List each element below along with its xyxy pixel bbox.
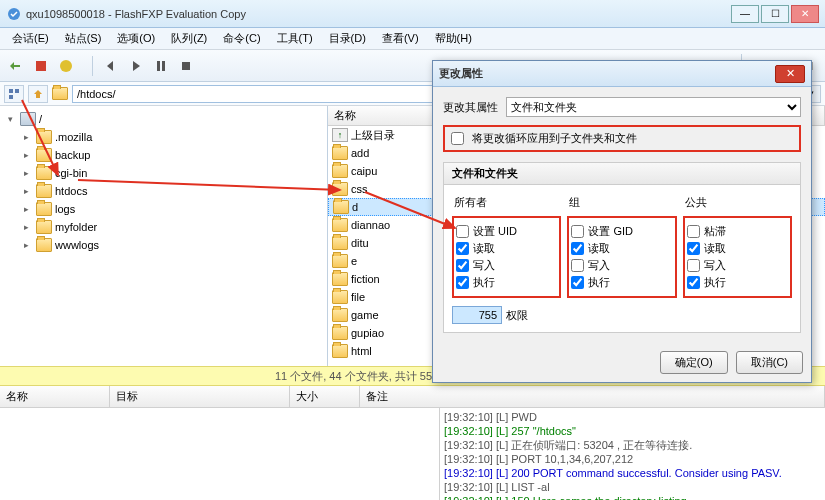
svg-rect-11: [9, 89, 13, 93]
tree-item[interactable]: ▸backup: [4, 146, 323, 164]
prev-button[interactable]: [99, 54, 123, 78]
perm-group-label: 公共: [683, 193, 792, 212]
perm-opt-label: 写入: [588, 258, 610, 273]
log-line: [19:32:10] [L] LIST -al: [444, 480, 821, 494]
ok-button[interactable]: 确定(O): [660, 351, 728, 374]
perm-checkbox-owner-write[interactable]: [456, 259, 469, 272]
minimize-button[interactable]: —: [731, 5, 759, 23]
log-line: [19:32:10] [L] 200 PORT command successf…: [444, 466, 821, 480]
window-titlebar: qxu1098500018 - FlashFXP Evaluation Copy…: [0, 0, 825, 28]
queue-column[interactable]: 大小: [290, 386, 360, 407]
perm-group-label: 组: [567, 193, 676, 212]
window-title: qxu1098500018 - FlashFXP Evaluation Copy: [26, 8, 731, 20]
attr-label: 更改其属性: [443, 100, 498, 115]
queue-header: 名称目标大小备注: [0, 386, 825, 408]
perm-opt-label: 执行: [473, 275, 495, 290]
queue-column[interactable]: 备注: [360, 386, 825, 407]
queue-column[interactable]: 目标: [110, 386, 290, 407]
tree-toggle-button[interactable]: [4, 85, 24, 103]
close-button[interactable]: ✕: [791, 5, 819, 23]
cancel-button[interactable]: 取消(C): [736, 351, 803, 374]
perm-group-label: 所有者: [452, 193, 561, 212]
menu-item[interactable]: 站点(S): [59, 29, 108, 48]
play-button[interactable]: [124, 54, 148, 78]
up-button[interactable]: [28, 85, 48, 103]
recursive-checkbox[interactable]: [451, 132, 464, 145]
log-line: [19:32:10] [L] 257 "/htdocs": [444, 424, 821, 438]
attr-type-select[interactable]: 文件和文件夹: [506, 97, 801, 117]
tree-item[interactable]: ▸wwwlogs: [4, 236, 323, 254]
perm-opt-label: 执行: [704, 275, 726, 290]
tree-root[interactable]: ▾/: [4, 110, 323, 128]
local-tree-pane: ▾/▸.mozilla▸backup▸cgi-bin▸htdocs▸logs▸m…: [0, 106, 328, 366]
connect-button[interactable]: [4, 54, 28, 78]
menu-item[interactable]: 查看(V): [376, 29, 425, 48]
tree-item[interactable]: ▸.mozilla: [4, 128, 323, 146]
dialog-close-button[interactable]: ✕: [775, 65, 805, 83]
perm-checkbox-group-write[interactable]: [571, 259, 584, 272]
dialog-title: 更改属性: [439, 66, 775, 81]
perm-checkbox-public-special[interactable]: [687, 225, 700, 238]
perm-opt-label: 设置 GID: [588, 224, 633, 239]
tree-item[interactable]: ▸htdocs: [4, 182, 323, 200]
tree-item[interactable]: ▸myfolder: [4, 218, 323, 236]
menu-item[interactable]: 命令(C): [217, 29, 266, 48]
perm-checkbox-group-read[interactable]: [571, 242, 584, 255]
svg-rect-13: [9, 95, 13, 99]
perm-checkbox-public-read[interactable]: [687, 242, 700, 255]
permission-label: 权限: [506, 308, 528, 323]
perm-checkbox-owner-special[interactable]: [456, 225, 469, 238]
change-attributes-dialog: 更改属性 ✕ 更改其属性 文件和文件夹 将更改循环应用到子文件夹和文件 文件和文…: [432, 60, 812, 383]
log-line: [19:32:10] [L] PORT 10,1,34,6,207,212: [444, 452, 821, 466]
log-pane: [19:32:10] [L] PWD[19:32:10] [L] 257 "/h…: [440, 408, 825, 500]
menu-item[interactable]: 会话(E): [6, 29, 55, 48]
menu-item[interactable]: 帮助(H): [429, 29, 478, 48]
queue-column[interactable]: 名称: [0, 386, 110, 407]
perm-opt-label: 读取: [704, 241, 726, 256]
log-line: [19:32:10] [L] 正在侦听端口: 53204 , 正在等待连接.: [444, 438, 821, 452]
perm-opt-label: 执行: [588, 275, 610, 290]
perm-checkbox-owner-read[interactable]: [456, 242, 469, 255]
svg-rect-3: [157, 61, 160, 71]
menu-item[interactable]: 目录(D): [323, 29, 372, 48]
log-line: [19:32:10] [L] PWD: [444, 410, 821, 424]
perm-opt-label: 写入: [704, 258, 726, 273]
svg-point-2: [60, 60, 72, 72]
perm-checkbox-public-execute[interactable]: [687, 276, 700, 289]
recursive-label: 将更改循环应用到子文件夹和文件: [472, 131, 637, 146]
log-line: [19:32:10] [L] 150 Here comes the direct…: [444, 494, 821, 500]
maximize-button[interactable]: ☐: [761, 5, 789, 23]
app-icon: [6, 6, 22, 22]
abort-button[interactable]: [54, 54, 78, 78]
svg-rect-5: [182, 62, 190, 70]
svg-rect-12: [15, 89, 19, 93]
menu-bar: 会话(E)站点(S)选项(O)队列(Z)命令(C)工具(T)目录(D)查看(V)…: [0, 28, 825, 50]
menu-item[interactable]: 队列(Z): [165, 29, 213, 48]
section-title: 文件和文件夹: [444, 163, 800, 185]
menu-item[interactable]: 选项(O): [111, 29, 161, 48]
stop-button[interactable]: [174, 54, 198, 78]
queue-pane: [0, 408, 440, 500]
perm-checkbox-public-write[interactable]: [687, 259, 700, 272]
pause-button[interactable]: [149, 54, 173, 78]
perm-opt-label: 粘滞: [704, 224, 726, 239]
perm-checkbox-owner-execute[interactable]: [456, 276, 469, 289]
perm-checkbox-group-special[interactable]: [571, 225, 584, 238]
disconnect-button[interactable]: [29, 54, 53, 78]
perm-opt-label: 设置 UID: [473, 224, 517, 239]
permission-value-input[interactable]: [452, 306, 502, 324]
folder-icon: [52, 87, 68, 100]
tree-item[interactable]: ▸cgi-bin: [4, 164, 323, 182]
perm-opt-label: 读取: [588, 241, 610, 256]
svg-rect-4: [162, 61, 165, 71]
perm-opt-label: 读取: [473, 241, 495, 256]
tree-item[interactable]: ▸logs: [4, 200, 323, 218]
menu-item[interactable]: 工具(T): [271, 29, 319, 48]
svg-rect-1: [36, 61, 46, 71]
perm-checkbox-group-execute[interactable]: [571, 276, 584, 289]
perm-opt-label: 写入: [473, 258, 495, 273]
